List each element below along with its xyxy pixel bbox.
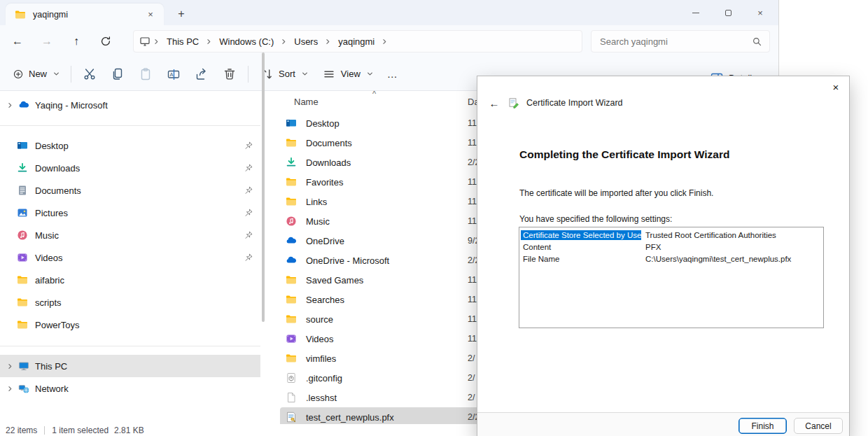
maximize-icon	[725, 10, 732, 16]
explorer-tab[interactable]: yaqingmi ×	[6, 3, 164, 25]
setting-value: Trusted Root Certification Authorities	[641, 231, 776, 239]
dialog-footer: Finish Cancel	[477, 412, 849, 436]
file-name: Videos	[306, 334, 334, 344]
pin-icon	[244, 209, 253, 218]
expander-chevron-icon[interactable]	[6, 102, 14, 108]
pin-icon	[244, 231, 253, 240]
copy-button[interactable]	[104, 62, 132, 86]
setting-key: Certificate Store Selected by User	[521, 230, 641, 240]
sidebar-item-onedrive[interactable]: Yaqing - Microsoft	[0, 94, 260, 115]
expander-chevron-icon[interactable]	[6, 386, 14, 392]
sidebar-item-label: Network	[35, 384, 69, 394]
sidebar-item[interactable]: Videos	[0, 246, 260, 269]
sidebar-item[interactable]: This PC	[0, 355, 260, 377]
settings-row[interactable]: File Name C:\Users\yaqingmi\test_cert_ne…	[519, 253, 823, 265]
sidebar-item[interactable]: Desktop	[0, 134, 260, 157]
finish-button[interactable]: Finish	[738, 418, 787, 434]
file-name: Saved Games	[306, 275, 363, 286]
videos-icon	[17, 252, 28, 263]
sidebar-item[interactable]: scripts	[0, 291, 260, 314]
certificate-icon	[286, 412, 297, 423]
sidebar-item-label: Music	[35, 230, 59, 241]
paste-button[interactable]	[132, 62, 160, 86]
chevron-right-icon	[206, 38, 212, 45]
navigation-pane: Yaqing - Microsoft Desktop Downloads Doc…	[0, 91, 260, 426]
sidebar-item[interactable]: Pictures	[0, 202, 260, 224]
sidebar-item[interactable]: Documents	[0, 179, 260, 202]
file-name: vimfiles	[306, 353, 336, 364]
onedrive-cloud-icon	[286, 235, 297, 246]
certificate-wizard-icon	[508, 97, 519, 108]
cut-icon	[83, 67, 97, 81]
breadcrumb-item[interactable]: Windows (C:)	[215, 34, 278, 49]
breadcrumb[interactable]: This PC Windows (C:) Users yaqingmi	[133, 30, 582, 52]
more-options-button[interactable]: …	[380, 62, 405, 86]
view-button[interactable]: View	[315, 62, 380, 86]
documents-icon	[17, 185, 28, 196]
new-tab-button[interactable]: +	[172, 6, 190, 22]
tab-title: yaqingmi	[33, 10, 143, 20]
selection-size: 2.81 KB	[114, 426, 144, 435]
search-input[interactable]	[598, 36, 751, 48]
breadcrumb-item[interactable]: This PC	[162, 34, 203, 49]
status-divider	[44, 426, 45, 435]
tab-strip: yaqingmi × + ×	[0, 0, 778, 25]
sort-ascending-icon: ^	[372, 90, 376, 98]
dialog-header: ← Certificate Import Wizard	[487, 96, 623, 110]
rename-button[interactable]: A	[160, 62, 188, 86]
sidebar-item[interactable]: Network	[0, 377, 260, 400]
back-button[interactable]: ←	[6, 29, 29, 53]
pin-icon	[244, 186, 253, 195]
breadcrumb-item[interactable]: Users	[290, 34, 322, 49]
rename-icon: A	[167, 67, 181, 81]
breadcrumb-item[interactable]: yaqingmi	[334, 34, 379, 49]
cancel-button[interactable]: Cancel	[794, 418, 843, 434]
cut-button[interactable]	[76, 62, 104, 86]
setting-value: C:\Users\yaqingmi\test_cert_newplus.pfx	[641, 255, 791, 263]
share-button[interactable]	[188, 62, 216, 86]
name-column-header[interactable]: Name	[294, 97, 318, 107]
folder-icon	[17, 297, 28, 308]
folder-icon	[286, 137, 297, 148]
music-icon	[17, 230, 28, 241]
copy-icon	[111, 67, 125, 81]
address-bar: ← → ↑ This PC Windows (C:) Users yaqingm…	[0, 25, 778, 57]
tab-close-button[interactable]: ×	[143, 7, 158, 22]
new-plus-icon	[13, 69, 24, 80]
file-name: Music	[306, 216, 330, 227]
videos-icon	[286, 333, 297, 344]
settings-row[interactable]: Content PFX	[519, 241, 823, 253]
forward-button[interactable]: →	[35, 29, 59, 53]
selection-count: 1 item selected	[52, 426, 108, 435]
expander-chevron-icon[interactable]	[6, 363, 14, 370]
refresh-icon	[100, 36, 111, 47]
pictures-icon	[17, 207, 28, 218]
certificate-import-wizard-dialog: × ← Certificate Import Wizard Completing…	[477, 76, 850, 436]
close-window-button[interactable]: ×	[744, 0, 776, 25]
maximize-button[interactable]	[712, 0, 744, 25]
new-button[interactable]: New	[6, 62, 66, 86]
setting-key: Content	[521, 242, 641, 252]
sidebar-item[interactable]: aifabric	[0, 269, 260, 291]
delete-button[interactable]	[216, 62, 244, 86]
sidebar-item[interactable]: Downloads	[0, 157, 260, 179]
paste-icon	[139, 67, 153, 81]
folder-icon	[286, 314, 297, 325]
dialog-title: Certificate Import Wizard	[526, 98, 623, 108]
sidebar-item[interactable]: Music	[0, 224, 260, 246]
sidebar-item-label: Documents	[35, 185, 81, 196]
chevron-right-icon	[382, 38, 388, 45]
dialog-back-button[interactable]: ←	[487, 97, 501, 109]
minimize-button[interactable]	[680, 0, 712, 25]
breadcrumb-segment: Users	[290, 34, 334, 49]
file-name: Downloads	[306, 157, 351, 168]
refresh-button[interactable]	[94, 29, 118, 53]
sidebar-item[interactable]: PowerToys	[0, 314, 260, 336]
settings-table: Certificate Store Selected by User Trust…	[519, 227, 824, 328]
dialog-close-button[interactable]: ×	[825, 78, 846, 96]
file-name: OneDrive	[306, 236, 344, 246]
file-name: source	[306, 314, 333, 325]
sidebar-scrollbar[interactable]	[262, 52, 265, 322]
up-button[interactable]: ↑	[64, 29, 88, 53]
settings-row[interactable]: Certificate Store Selected by User Trust…	[519, 229, 823, 241]
